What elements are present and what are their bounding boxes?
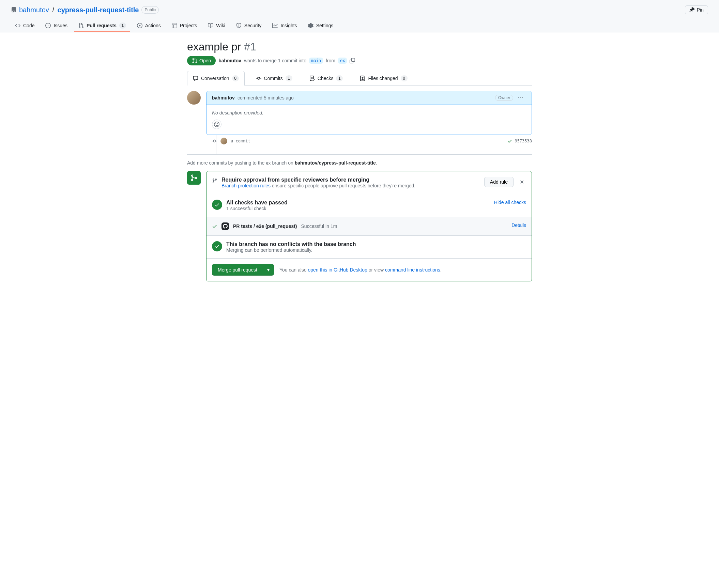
- kebab-icon[interactable]: ···: [516, 95, 526, 100]
- play-icon: [137, 23, 142, 28]
- tab-conversation[interactable]: Conversation 0: [187, 71, 245, 86]
- commit-sha[interactable]: 9573538: [515, 139, 532, 143]
- tab-actions[interactable]: Actions: [133, 20, 165, 32]
- tab-code[interactable]: Code: [11, 20, 39, 32]
- gear-icon: [308, 23, 313, 28]
- tab-settings[interactable]: Settings: [304, 20, 338, 32]
- merge-button[interactable]: Merge pull request: [212, 264, 263, 275]
- repo-icon: [11, 7, 16, 13]
- merge-button-group: Merge pull request ▾: [212, 264, 274, 276]
- graph-icon: [272, 23, 278, 28]
- pull-request-icon: [78, 23, 84, 28]
- protect-title: Require approval from specific reviewers…: [221, 177, 480, 183]
- tab-commits[interactable]: Commits 1: [250, 71, 298, 86]
- breadcrumb: bahmutov / cypress-pull-request-title: [19, 6, 139, 14]
- avatar[interactable]: [187, 91, 201, 105]
- tab-projects[interactable]: Projects: [168, 20, 201, 32]
- merge-box: Require approval from specific reviewers…: [206, 171, 532, 281]
- tab-issues[interactable]: Issues: [41, 20, 71, 32]
- repo-header: bahmutov / cypress-pull-request-title Pu…: [0, 0, 719, 32]
- head-branch[interactable]: ex: [338, 58, 347, 64]
- checklist-icon: [309, 76, 315, 81]
- emoji-reaction-button[interactable]: [212, 120, 221, 129]
- hide-checks-link[interactable]: Hide all checks: [494, 200, 526, 205]
- pr-title: example pr #1: [187, 41, 532, 53]
- pull-request-icon: [192, 58, 197, 63]
- commit-row: a commit 9573538: [187, 135, 532, 147]
- repo-tabs: Code Issues Pull requests 1 Actions Proj…: [11, 20, 708, 32]
- pr-count: 1: [119, 22, 126, 29]
- tab-insights[interactable]: Insights: [268, 20, 301, 32]
- owner-link[interactable]: bahmutov: [19, 6, 49, 14]
- code-icon: [15, 23, 20, 28]
- tab-security[interactable]: Security: [232, 20, 266, 32]
- cli-instructions-link[interactable]: command line instructions: [385, 267, 440, 273]
- check-icon: [212, 241, 222, 251]
- pin-icon: [689, 7, 695, 13]
- push-hint: Add more commits by pushing to the ex br…: [187, 154, 532, 171]
- shield-icon: [236, 23, 242, 28]
- state-badge: Open: [187, 56, 216, 65]
- commit-icon: [256, 76, 261, 81]
- github-logo-icon: [221, 222, 229, 230]
- table-icon: [172, 23, 177, 28]
- pin-button[interactable]: Pin: [685, 5, 708, 14]
- merge-dropdown-button[interactable]: ▾: [263, 264, 274, 275]
- checks-title: All checks have passed: [226, 200, 490, 206]
- repo-link[interactable]: cypress-pull-request-title: [58, 6, 139, 14]
- open-desktop-link[interactable]: open this in GitHub Desktop: [308, 267, 367, 273]
- comment-box: bahmutov commented 5 minutes ago Owner ·…: [206, 91, 532, 135]
- comment-icon: [193, 76, 198, 81]
- commit-icon: [212, 138, 217, 144]
- copy-icon[interactable]: [350, 58, 355, 63]
- check-name[interactable]: PR tests / e2e (pull_request): [233, 223, 297, 229]
- add-rule-button[interactable]: Add rule: [484, 177, 514, 187]
- base-branch[interactable]: main: [309, 58, 323, 64]
- tab-files-changed[interactable]: Files changed 0: [354, 71, 413, 86]
- commit-message[interactable]: a commit: [231, 139, 250, 143]
- comment-author[interactable]: bahmutov: [212, 95, 235, 100]
- tab-checks[interactable]: Checks 1: [304, 71, 349, 86]
- check-icon: [212, 223, 217, 229]
- tab-pull-requests[interactable]: Pull requests 1: [74, 20, 130, 32]
- check-details-link[interactable]: Details: [511, 222, 526, 228]
- owner-badge: Owner: [495, 95, 513, 101]
- no-conflicts-title: This branch has no conflicts with the ba…: [226, 241, 526, 247]
- close-icon[interactable]: ✕: [518, 179, 526, 185]
- issue-icon: [45, 23, 51, 28]
- comment-body-text: No description provided.: [212, 110, 526, 115]
- check-icon: [212, 200, 222, 210]
- branch-protection-link[interactable]: Branch protection rules: [221, 183, 271, 188]
- book-icon: [208, 23, 213, 28]
- pr-author[interactable]: bahmutov: [218, 58, 241, 63]
- merge-icon: [187, 171, 201, 185]
- tab-wiki[interactable]: Wiki: [204, 20, 229, 32]
- pr-tabs: Conversation 0 Commits 1 Checks 1 Files …: [187, 71, 532, 86]
- check-icon[interactable]: [507, 138, 513, 144]
- file-diff-icon: [360, 76, 365, 81]
- branch-icon: [212, 178, 217, 184]
- avatar[interactable]: [220, 138, 227, 144]
- visibility-badge: Public: [141, 6, 159, 14]
- pr-meta: Open bahmutov wants to merge 1 commit in…: [187, 56, 532, 65]
